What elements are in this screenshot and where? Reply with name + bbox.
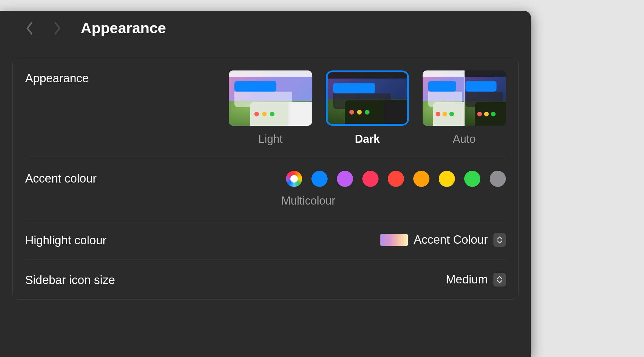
theme-thumb-light — [229, 70, 312, 126]
theme-thumb-auto — [423, 70, 506, 126]
theme-options: Light — [229, 70, 506, 146]
accent-yellow[interactable] — [439, 171, 455, 187]
accent-red[interactable] — [388, 171, 404, 187]
back-button[interactable] — [25, 21, 34, 36]
theme-option-dark[interactable]: Dark — [326, 70, 409, 146]
accent-colour-row: Accent colour Multicolour — [25, 158, 506, 220]
highlight-colour-label: Highlight colour — [25, 233, 107, 247]
forward-button[interactable] — [53, 21, 62, 36]
accent-graphite[interactable] — [490, 171, 506, 187]
highlight-colour-popup[interactable]: Accent Colour — [380, 233, 506, 247]
accent-colour-label: Accent colour — [25, 171, 97, 185]
updown-chevron-icon — [493, 233, 506, 247]
theme-label-dark: Dark — [355, 133, 380, 146]
theme-thumb-dark — [328, 72, 407, 124]
updown-chevron-icon — [493, 273, 506, 287]
appearance-row: Appearance — [25, 58, 506, 158]
settings-window: Appearance Appearance — [0, 11, 531, 357]
appearance-label: Appearance — [25, 70, 89, 85]
scrollbar[interactable] — [523, 73, 528, 345]
header: Appearance — [0, 11, 531, 45]
theme-label-auto: Auto — [453, 133, 476, 146]
theme-option-auto[interactable]: Auto — [423, 70, 506, 146]
accent-purple[interactable] — [337, 171, 353, 187]
accent-pink[interactable] — [362, 171, 379, 187]
nav-arrows — [25, 21, 62, 36]
highlight-colour-value: Accent Colour — [414, 233, 488, 246]
sidebar-icon-size-row: Sidebar icon size Medium — [25, 260, 506, 299]
page-title: Appearance — [81, 20, 166, 37]
accent-orange[interactable] — [413, 171, 429, 187]
settings-panel: Appearance — [12, 58, 519, 300]
sidebar-icon-size-popup[interactable]: Medium — [446, 273, 506, 287]
sidebar-icon-size-value: Medium — [446, 273, 488, 286]
highlight-preview-swatch — [380, 234, 408, 246]
theme-label-light: Light — [258, 133, 283, 146]
accent-green[interactable] — [464, 171, 480, 187]
accent-multicolour[interactable] — [286, 171, 302, 187]
theme-option-light[interactable]: Light — [229, 70, 312, 146]
accent-blue[interactable] — [311, 171, 328, 187]
accent-caption: Multicolour — [274, 194, 342, 207]
accent-swatches — [286, 171, 506, 187]
sidebar-icon-size-label: Sidebar icon size — [25, 272, 115, 287]
highlight-colour-row: Highlight colour Accent Colour — [25, 220, 506, 260]
